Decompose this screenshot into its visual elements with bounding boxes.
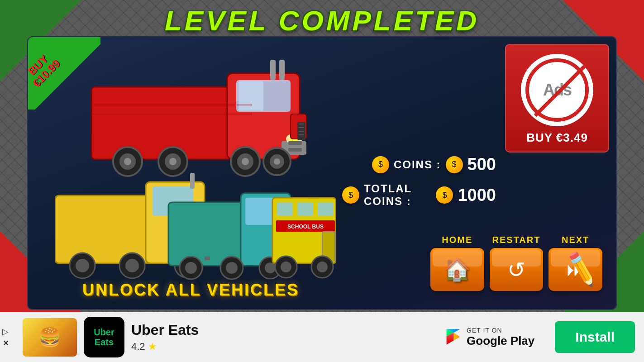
svg-rect-54 (297, 202, 313, 216)
buy-banner[interactable]: BUY €10.99 (28, 37, 100, 110)
red-truck (82, 51, 309, 177)
ad-close-button[interactable]: ✕ (3, 339, 9, 348)
svg-rect-23 (288, 148, 302, 152)
uber-eats-logo: Uber Eats (84, 317, 124, 357)
play-arrow-svg (445, 328, 461, 346)
ad-banner: ▷ ✕ 🍔 Uber Eats Uber Eats 4.2 ★ (0, 312, 644, 362)
action-buttons: HOME RESTART NEXT 🏠 ↺ ⏭ ✏️ (430, 235, 602, 291)
svg-rect-20 (279, 60, 285, 80)
svg-point-62 (317, 262, 328, 272)
svg-point-35 (76, 259, 89, 272)
svg-point-37 (125, 259, 139, 272)
google-play-get-it: GET IT ON (467, 327, 534, 334)
svg-rect-55 (318, 202, 334, 216)
google-play-badge: GET IT ON Google Play (444, 327, 534, 348)
ad-rating-value: 4.2 (131, 341, 145, 352)
total-coins-label: TOTLAL COINS : (364, 182, 431, 208)
no-ads-circle: Ads (521, 54, 593, 126)
install-button[interactable]: Install (555, 321, 635, 353)
total-coins-value: 1000 (458, 186, 496, 205)
svg-point-18 (274, 158, 280, 165)
ad-app-name: Uber Eats (131, 322, 199, 338)
home-button[interactable]: 🏠 (430, 248, 484, 291)
svg-point-12 (169, 158, 177, 165)
ad-star-icon: ★ (148, 341, 157, 352)
main-panel: BUY €10.99 (27, 36, 617, 310)
yellow-trucks-group: SCHOOL BUS (55, 168, 336, 286)
no-ads-inner: Ads (525, 58, 589, 122)
coins-row: $ COINS : $ 500 (342, 155, 496, 174)
level-completed-title: LEVEL COMPLETED (0, 5, 644, 37)
svg-point-60 (281, 262, 291, 272)
button-labels: HOME RESTART NEXT (430, 235, 602, 245)
svg-point-15 (242, 158, 249, 165)
ad-rating-row: 4.2 ★ (131, 341, 199, 352)
no-ads-slash (534, 63, 588, 117)
next-label: NEXT (549, 235, 602, 245)
stats-area: $ COINS : $ 500 $ TOTLAL COINS : $ 1000 (342, 155, 496, 216)
coins-icon: $ (372, 156, 389, 173)
restart-label: RESTART (490, 235, 544, 245)
yellow-trucks-svg: SCHOOL BUS (55, 168, 336, 286)
google-play-text: GET IT ON Google Play (467, 327, 534, 348)
restart-button[interactable]: ↺ (490, 248, 544, 291)
no-ads-button[interactable]: Ads BUY €3.49 (505, 44, 609, 152)
coins-value: 500 (467, 155, 496, 174)
svg-marker-66 (453, 333, 460, 340)
ad-close-area[interactable]: ▷ ✕ (2, 327, 9, 348)
svg-text:SCHOOL BUS: SCHOOL BUS (287, 224, 324, 230)
svg-point-9 (124, 158, 131, 165)
coins-value-icon: $ (446, 156, 463, 173)
next-button[interactable]: ⏭ ✏️ (549, 248, 602, 291)
svg-rect-3 (239, 81, 263, 111)
hand-pointer-icon: ✏️ (549, 248, 602, 291)
uber-eats-logo-text: Uber Eats (94, 327, 114, 347)
svg-rect-19 (270, 60, 276, 80)
svg-point-51 (265, 262, 276, 273)
ad-app-info: Uber Eats 4.2 ★ (131, 322, 199, 352)
google-play-name: Google Play (467, 334, 534, 348)
ad-arrow-icon: ▷ (2, 327, 9, 337)
restart-icon: ↺ (507, 257, 525, 282)
total-coins-row: $ TOTLAL COINS : $ 1000 (342, 182, 496, 208)
ad-food-image: 🍔 (23, 318, 77, 357)
svg-rect-22 (288, 141, 302, 145)
total-coins-icon: $ (342, 186, 359, 204)
home-label: HOME (430, 235, 484, 245)
unlock-text: UNLOCK ALL VEHICLES (82, 281, 299, 300)
no-ads-price: BUY €3.49 (526, 131, 588, 145)
svg-rect-42 (190, 173, 195, 189)
svg-point-49 (226, 262, 238, 274)
svg-rect-63 (205, 257, 210, 260)
home-icon: 🏠 (444, 257, 471, 282)
google-play-icon (444, 327, 462, 348)
red-truck-svg (82, 51, 309, 177)
coins-label: COINS : (394, 158, 441, 171)
total-coins-value-icon: $ (436, 186, 453, 204)
button-icons-row: 🏠 ↺ ⏭ ✏️ (430, 248, 602, 291)
svg-rect-53 (277, 202, 293, 216)
svg-point-47 (185, 262, 197, 274)
